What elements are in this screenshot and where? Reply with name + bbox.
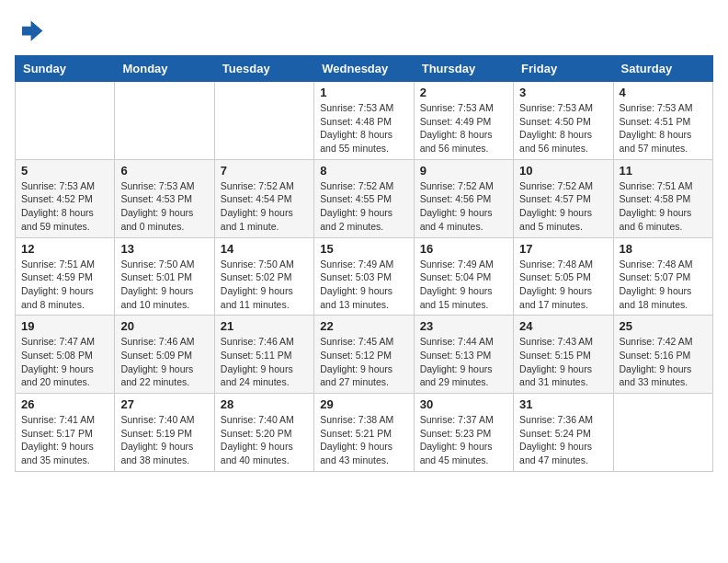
day-number: 16 bbox=[420, 242, 507, 256]
calendar-cell: 21Sunrise: 7:46 AM Sunset: 5:11 PM Dayli… bbox=[214, 316, 313, 394]
day-number: 15 bbox=[320, 242, 407, 256]
day-info: Sunrise: 7:53 AM Sunset: 4:53 PM Dayligh… bbox=[120, 179, 208, 234]
day-info: Sunrise: 7:53 AM Sunset: 4:52 PM Dayligh… bbox=[21, 179, 108, 234]
calendar-cell: 5Sunrise: 7:53 AM Sunset: 4:52 PM Daylig… bbox=[16, 159, 115, 237]
calendar-cell: 24Sunrise: 7:43 AM Sunset: 5:15 PM Dayli… bbox=[514, 316, 613, 394]
day-number: 9 bbox=[420, 164, 507, 178]
day-number: 29 bbox=[320, 397, 407, 411]
day-info: Sunrise: 7:52 AM Sunset: 4:57 PM Dayligh… bbox=[519, 179, 607, 234]
calendar-cell: 26Sunrise: 7:41 AM Sunset: 5:17 PM Dayli… bbox=[16, 394, 115, 472]
calendar-cell: 31Sunrise: 7:36 AM Sunset: 5:24 PM Dayli… bbox=[514, 394, 613, 472]
calendar-body: 1Sunrise: 7:53 AM Sunset: 4:48 PM Daylig… bbox=[16, 82, 713, 472]
calendar-week-row: 12Sunrise: 7:51 AM Sunset: 4:59 PM Dayli… bbox=[16, 237, 713, 316]
day-number: 3 bbox=[519, 86, 607, 99]
day-number: 2 bbox=[420, 86, 507, 99]
day-info: Sunrise: 7:48 AM Sunset: 5:05 PM Dayligh… bbox=[519, 258, 607, 312]
day-info: Sunrise: 7:46 AM Sunset: 5:09 PM Dayligh… bbox=[120, 335, 208, 389]
day-number: 11 bbox=[620, 164, 707, 178]
calendar-cell bbox=[115, 82, 214, 160]
calendar-cell bbox=[16, 82, 115, 160]
weekday-header-monday: Monday bbox=[115, 56, 214, 82]
calendar-week-row: 26Sunrise: 7:41 AM Sunset: 5:17 PM Dayli… bbox=[16, 394, 713, 472]
calendar-cell: 2Sunrise: 7:53 AM Sunset: 4:49 PM Daylig… bbox=[414, 82, 513, 160]
calendar-cell: 10Sunrise: 7:52 AM Sunset: 4:57 PM Dayli… bbox=[514, 159, 613, 237]
day-number: 20 bbox=[120, 319, 208, 333]
calendar-cell: 22Sunrise: 7:45 AM Sunset: 5:12 PM Dayli… bbox=[314, 316, 414, 394]
day-number: 8 bbox=[320, 164, 407, 178]
day-info: Sunrise: 7:49 AM Sunset: 5:03 PM Dayligh… bbox=[320, 258, 407, 312]
weekday-header-tuesday: Tuesday bbox=[214, 56, 313, 82]
weekday-header-row: SundayMondayTuesdayWednesdayThursdayFrid… bbox=[16, 56, 713, 82]
day-info: Sunrise: 7:53 AM Sunset: 4:50 PM Dayligh… bbox=[519, 101, 607, 155]
calendar-cell: 11Sunrise: 7:51 AM Sunset: 4:58 PM Dayli… bbox=[613, 159, 712, 237]
day-info: Sunrise: 7:51 AM Sunset: 4:59 PM Dayligh… bbox=[21, 258, 108, 312]
day-number: 18 bbox=[620, 242, 707, 256]
day-number: 31 bbox=[519, 397, 607, 411]
day-info: Sunrise: 7:37 AM Sunset: 5:23 PM Dayligh… bbox=[420, 413, 507, 467]
day-number: 14 bbox=[221, 242, 308, 256]
calendar-cell: 12Sunrise: 7:51 AM Sunset: 4:59 PM Dayli… bbox=[16, 237, 115, 316]
day-number: 12 bbox=[21, 242, 108, 256]
day-number: 1 bbox=[320, 86, 407, 99]
calendar-week-row: 19Sunrise: 7:47 AM Sunset: 5:08 PM Dayli… bbox=[16, 316, 713, 394]
day-number: 7 bbox=[221, 164, 308, 178]
day-info: Sunrise: 7:50 AM Sunset: 5:02 PM Dayligh… bbox=[221, 258, 308, 312]
day-number: 17 bbox=[519, 242, 607, 256]
calendar-cell: 29Sunrise: 7:38 AM Sunset: 5:21 PM Dayli… bbox=[314, 394, 414, 472]
weekday-header-saturday: Saturday bbox=[613, 56, 712, 82]
day-info: Sunrise: 7:40 AM Sunset: 5:19 PM Dayligh… bbox=[120, 413, 208, 467]
day-info: Sunrise: 7:49 AM Sunset: 5:04 PM Dayligh… bbox=[420, 258, 507, 312]
day-info: Sunrise: 7:46 AM Sunset: 5:11 PM Dayligh… bbox=[221, 335, 308, 389]
day-number: 24 bbox=[519, 319, 607, 333]
weekday-header-sunday: Sunday bbox=[16, 56, 115, 82]
calendar-cell: 18Sunrise: 7:48 AM Sunset: 5:07 PM Dayli… bbox=[613, 237, 712, 316]
page-header bbox=[15, 15, 713, 44]
day-number: 27 bbox=[120, 397, 208, 411]
calendar-table: SundayMondayTuesdayWednesdayThursdayFrid… bbox=[15, 55, 713, 472]
day-info: Sunrise: 7:36 AM Sunset: 5:24 PM Dayligh… bbox=[519, 413, 607, 467]
day-info: Sunrise: 7:44 AM Sunset: 5:13 PM Dayligh… bbox=[420, 335, 507, 389]
calendar-cell: 9Sunrise: 7:52 AM Sunset: 4:56 PM Daylig… bbox=[414, 159, 513, 237]
calendar-cell: 28Sunrise: 7:40 AM Sunset: 5:20 PM Dayli… bbox=[214, 394, 313, 472]
calendar-cell bbox=[214, 82, 313, 160]
calendar-week-row: 1Sunrise: 7:53 AM Sunset: 4:48 PM Daylig… bbox=[16, 82, 713, 160]
day-number: 22 bbox=[320, 319, 407, 333]
day-number: 25 bbox=[620, 319, 707, 333]
calendar-cell: 17Sunrise: 7:48 AM Sunset: 5:05 PM Dayli… bbox=[514, 237, 613, 316]
day-info: Sunrise: 7:41 AM Sunset: 5:17 PM Dayligh… bbox=[21, 413, 108, 467]
day-number: 5 bbox=[21, 164, 108, 178]
calendar-cell: 3Sunrise: 7:53 AM Sunset: 4:50 PM Daylig… bbox=[514, 82, 613, 160]
day-info: Sunrise: 7:45 AM Sunset: 5:12 PM Dayligh… bbox=[320, 335, 407, 389]
day-info: Sunrise: 7:38 AM Sunset: 5:21 PM Dayligh… bbox=[320, 413, 407, 467]
calendar-cell: 14Sunrise: 7:50 AM Sunset: 5:02 PM Dayli… bbox=[214, 237, 313, 316]
calendar-cell: 25Sunrise: 7:42 AM Sunset: 5:16 PM Dayli… bbox=[613, 316, 712, 394]
day-number: 13 bbox=[120, 242, 208, 256]
svg-marker-0 bbox=[22, 20, 42, 40]
calendar-cell: 27Sunrise: 7:40 AM Sunset: 5:19 PM Dayli… bbox=[115, 394, 214, 472]
day-info: Sunrise: 7:50 AM Sunset: 5:01 PM Dayligh… bbox=[120, 258, 208, 312]
day-info: Sunrise: 7:52 AM Sunset: 4:55 PM Dayligh… bbox=[320, 179, 407, 234]
weekday-header-thursday: Thursday bbox=[414, 56, 513, 82]
calendar-cell: 6Sunrise: 7:53 AM Sunset: 4:53 PM Daylig… bbox=[115, 159, 214, 237]
calendar-cell: 4Sunrise: 7:53 AM Sunset: 4:51 PM Daylig… bbox=[613, 82, 712, 160]
calendar-cell: 8Sunrise: 7:52 AM Sunset: 4:55 PM Daylig… bbox=[314, 159, 414, 237]
calendar-cell: 23Sunrise: 7:44 AM Sunset: 5:13 PM Dayli… bbox=[414, 316, 513, 394]
day-number: 28 bbox=[221, 397, 308, 411]
calendar-cell: 19Sunrise: 7:47 AM Sunset: 5:08 PM Dayli… bbox=[16, 316, 115, 394]
day-number: 10 bbox=[519, 164, 607, 178]
day-number: 30 bbox=[420, 397, 507, 411]
day-number: 19 bbox=[21, 319, 108, 333]
weekday-header-friday: Friday bbox=[514, 56, 613, 82]
day-info: Sunrise: 7:42 AM Sunset: 5:16 PM Dayligh… bbox=[620, 335, 707, 389]
calendar-cell: 1Sunrise: 7:53 AM Sunset: 4:48 PM Daylig… bbox=[314, 82, 414, 160]
day-number: 21 bbox=[221, 319, 308, 333]
day-number: 4 bbox=[620, 86, 707, 99]
logo-icon bbox=[15, 15, 44, 44]
day-info: Sunrise: 7:51 AM Sunset: 4:58 PM Dayligh… bbox=[620, 179, 707, 234]
day-info: Sunrise: 7:53 AM Sunset: 4:51 PM Dayligh… bbox=[620, 101, 707, 155]
calendar-cell: 13Sunrise: 7:50 AM Sunset: 5:01 PM Dayli… bbox=[115, 237, 214, 316]
calendar-cell: 7Sunrise: 7:52 AM Sunset: 4:54 PM Daylig… bbox=[214, 159, 313, 237]
day-info: Sunrise: 7:52 AM Sunset: 4:54 PM Dayligh… bbox=[221, 179, 308, 234]
calendar-cell bbox=[613, 394, 712, 472]
day-info: Sunrise: 7:53 AM Sunset: 4:48 PM Dayligh… bbox=[320, 101, 407, 155]
